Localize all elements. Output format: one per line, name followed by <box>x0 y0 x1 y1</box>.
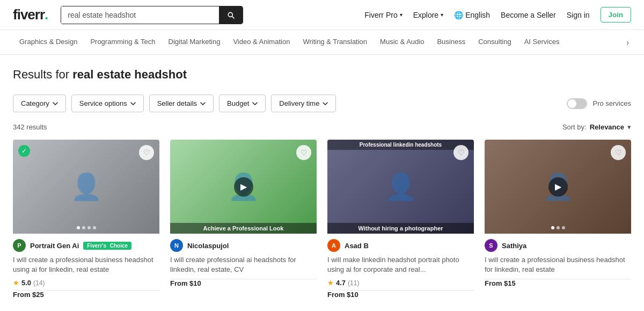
seller-name: Sathiya <box>502 242 526 250</box>
chevron-down-icon <box>200 101 206 106</box>
results-query: real estate headshot <box>72 68 187 81</box>
globe-icon: 🌐 <box>454 11 463 19</box>
filter-bar: Category Service options Seller details … <box>13 95 631 112</box>
sign-in-nav[interactable]: Sign in <box>567 11 590 19</box>
header-nav: Fiverr Pro ▾ Explore ▾ 🌐 English Become … <box>364 7 631 23</box>
language-nav[interactable]: 🌐 English <box>454 11 490 19</box>
search-icon <box>226 11 235 19</box>
price-row: From $25 <box>13 291 159 299</box>
seller-row: N Nicolaspujol <box>170 239 317 252</box>
gig-card[interactable]: 👤 ♡ ▶ S Sathiya I will create a professi… <box>485 140 631 304</box>
category-nav: Graphics & Design Programming & Tech Dig… <box>0 30 644 55</box>
gig-card[interactable]: 👤 Professional linkedin headshots Withou… <box>327 140 474 304</box>
rating-count: (14) <box>33 279 45 287</box>
image-top-text: Professional linkedin headshots <box>327 140 474 150</box>
cat-nav-consulting[interactable]: Consulting <box>472 30 517 54</box>
gig-image: 👤 ♡ ▶ <box>485 140 631 234</box>
image-overlay-text: Without hiring a photographer <box>327 223 474 234</box>
cat-nav-video[interactable]: Video & Animation <box>226 30 296 54</box>
join-button[interactable]: Join <box>601 7 631 23</box>
dot <box>77 226 80 229</box>
star-icon: ★ <box>327 279 334 287</box>
search-input[interactable] <box>61 6 219 24</box>
cat-nav-music[interactable]: Music & Audio <box>374 30 430 54</box>
image-dots <box>77 226 96 229</box>
budget-filter[interactable]: Budget <box>219 95 266 112</box>
favorite-button[interactable]: ♡ <box>611 145 626 160</box>
sort-value[interactable]: Relevance <box>590 123 624 131</box>
logo[interactable]: fiverr. <box>13 6 48 23</box>
chevron-down-icon <box>130 101 136 106</box>
cat-nav-digital-marketing[interactable]: Digital Marketing <box>162 30 227 54</box>
price-row: From $10 <box>327 291 474 299</box>
cat-nav-ai[interactable]: AI Services <box>518 30 566 54</box>
cat-nav-graphics[interactable]: Graphics & Design <box>13 30 84 54</box>
fiverr-pro-nav[interactable]: Fiverr Pro ▾ <box>364 11 402 19</box>
favorite-button[interactable]: ♡ <box>139 145 154 160</box>
results-count: 342 results <box>13 123 47 131</box>
rating-score: 4.7 <box>336 279 346 287</box>
search-bar <box>61 6 243 24</box>
cat-nav-business[interactable]: Business <box>430 30 472 54</box>
seller-row: S Sathiya <box>485 239 631 252</box>
cat-nav-more-arrow[interactable]: › <box>624 31 631 54</box>
rating-row: ★ 5.0 (14) <box>13 279 159 287</box>
favorite-button[interactable]: ♡ <box>453 145 469 160</box>
avatar: P <box>13 239 26 252</box>
price: From $15 <box>485 279 516 287</box>
rating-score: 5.0 <box>21 279 31 287</box>
dot <box>557 226 560 229</box>
gig-title: I will make linkedin headshot portrait p… <box>327 255 474 274</box>
gig-title: I will create a professional business he… <box>485 255 631 274</box>
chevron-down-icon <box>252 101 258 106</box>
gig-title: I will create a professional business he… <box>13 255 159 274</box>
gig-image: 👤 ✓ ♡ <box>13 140 159 234</box>
gig-info: A Asad B I will make linkedin headshot p… <box>327 234 474 304</box>
gig-image: 👤 Achieve a Professional Look ♡ ▶ <box>170 140 317 234</box>
dot <box>82 226 85 229</box>
image-dots <box>551 226 565 229</box>
logo-text: fiverr <box>13 6 45 23</box>
sort-chevron-icon[interactable]: ▾ <box>627 123 631 131</box>
pro-services-toggle-row: Pro services <box>567 98 631 109</box>
explore-nav[interactable]: Explore ▾ <box>413 11 443 19</box>
gig-image-placeholder: 👤 <box>327 140 474 234</box>
avatar: S <box>485 239 497 252</box>
play-button[interactable]: ▶ <box>548 177 568 197</box>
star-icon: ★ <box>13 279 19 287</box>
delivery-time-filter[interactable]: Delivery time <box>271 95 336 112</box>
avatar: A <box>327 239 340 252</box>
header: fiverr. Fiverr Pro ▾ Explore ▾ 🌐 English… <box>0 0 644 30</box>
fiverrs-choice-badge: Fiverr's Choice <box>83 242 131 250</box>
gigs-grid: 👤 ✓ ♡ P Portrait Gen Ai Fiverr's Choice <box>13 140 631 304</box>
chevron-down-icon: ▾ <box>400 12 402 18</box>
gig-card[interactable]: 👤 Achieve a Professional Look ♡ ▶ N Nico… <box>170 140 317 304</box>
chevron-down-icon: ▾ <box>441 12 443 18</box>
gig-title: I will create professional ai headshots … <box>170 255 317 274</box>
chevron-down-icon <box>53 101 58 106</box>
gig-image: 👤 Professional linkedin headshots Withou… <box>327 140 474 234</box>
gig-info: S Sathiya I will create a professional b… <box>485 234 631 293</box>
dot <box>87 226 91 229</box>
play-button[interactable]: ▶ <box>234 177 253 197</box>
gig-card[interactable]: 👤 ✓ ♡ P Portrait Gen Ai Fiverr's Choice <box>13 140 159 304</box>
avatar: N <box>170 239 183 252</box>
seller-row: P Portrait Gen Ai Fiverr's Choice <box>13 239 159 252</box>
cat-nav-programming[interactable]: Programming & Tech <box>84 30 162 54</box>
search-button[interactable] <box>219 6 243 24</box>
seller-row: A Asad B <box>327 239 474 252</box>
dot <box>562 226 565 229</box>
toggle-knob <box>568 99 576 108</box>
favorite-button[interactable]: ♡ <box>296 145 311 160</box>
results-title: Results for real estate headshot <box>13 68 631 82</box>
gig-info: N Nicolaspujol I will create professiona… <box>170 234 317 293</box>
pro-services-toggle[interactable] <box>567 98 587 109</box>
seller-details-filter[interactable]: Seller details <box>149 95 214 112</box>
cat-nav-writing[interactable]: Writing & Translation <box>296 30 374 54</box>
verified-badge: ✓ <box>18 145 30 157</box>
chevron-down-icon <box>323 101 328 106</box>
service-options-filter[interactable]: Service options <box>71 95 144 112</box>
category-filter[interactable]: Category <box>13 95 66 112</box>
become-seller-nav[interactable]: Become a Seller <box>501 11 556 19</box>
gig-image-placeholder: 👤 <box>13 140 159 234</box>
